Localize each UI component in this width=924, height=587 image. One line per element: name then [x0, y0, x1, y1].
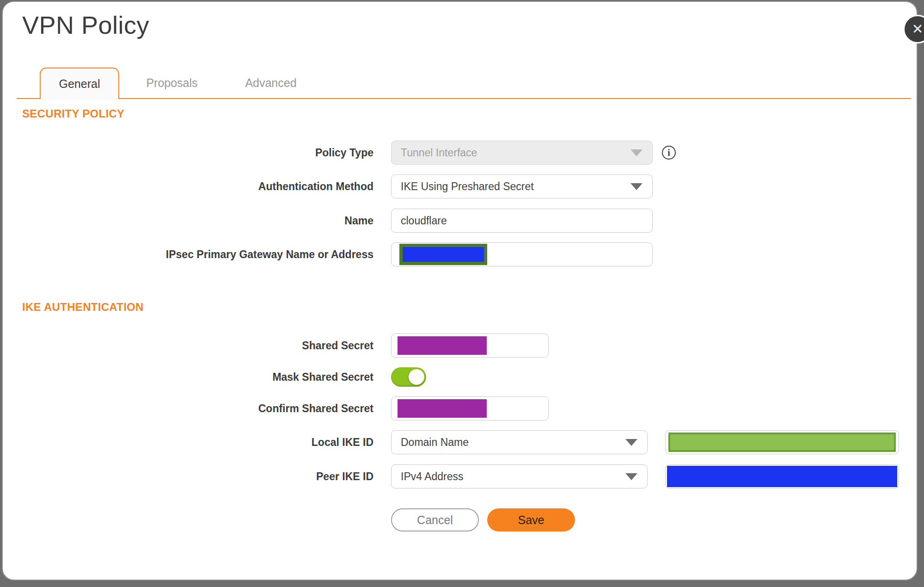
mask-shared-secret-row: Mask Shared Secret: [3, 367, 426, 387]
policy-type-label: Policy Type: [3, 147, 373, 159]
confirm-shared-secret-row: Confirm Shared Secret: [3, 396, 549, 420]
name-label: Name: [3, 215, 373, 227]
security-policy-heading: SECURITY POLICY: [22, 107, 124, 120]
confirm-shared-secret-input[interactable]: [391, 396, 549, 420]
confirm-shared-secret-redaction-block: [398, 399, 487, 418]
policy-type-value: Tunnel Interface: [401, 147, 477, 159]
peer-ike-id-redaction-block: [667, 466, 897, 487]
gateway-input[interactable]: [391, 242, 653, 266]
peer-ike-id-type-select[interactable]: IPv4 Address: [391, 464, 648, 488]
page-title: VPN Policy: [22, 11, 149, 39]
gateway-label: IPsec Primary Gateway Name or Address: [3, 248, 373, 261]
vpn-policy-dialog: ✕ VPN Policy General Proposals Advanced …: [2, 1, 918, 581]
local-ike-id-row: Local IKE ID Domain Name: [3, 430, 899, 454]
mask-shared-secret-toggle[interactable]: [391, 367, 426, 387]
shared-secret-label: Shared Secret: [3, 340, 373, 352]
policy-type-row: Policy Type Tunnel Interface i: [3, 141, 676, 165]
local-ike-id-redaction-block: [668, 433, 896, 452]
name-row: Name: [3, 209, 653, 233]
gateway-redaction-block: [399, 244, 487, 265]
shared-secret-row: Shared Secret: [3, 334, 549, 358]
desktop-background: ✕ VPN Policy General Proposals Advanced …: [0, 0, 924, 587]
local-ike-id-label: Local IKE ID: [3, 436, 373, 449]
tab-advanced[interactable]: Advanced: [231, 68, 311, 98]
tab-proposals[interactable]: Proposals: [132, 68, 212, 98]
local-ike-id-type-value: Domain Name: [401, 436, 469, 449]
chevron-down-icon: [625, 473, 637, 480]
close-icon[interactable]: ✕: [903, 15, 924, 43]
confirm-shared-secret-label: Confirm Shared Secret: [3, 402, 373, 415]
shared-secret-redaction-block: [398, 336, 487, 355]
action-buttons: Cancel Save: [391, 508, 575, 531]
authentication-method-row: Authentication Method IKE Using Preshare…: [3, 174, 653, 198]
shared-secret-input[interactable]: [391, 334, 549, 358]
peer-ike-id-value-input[interactable]: [665, 464, 899, 488]
authentication-method-select[interactable]: IKE Using Preshared Secret: [391, 174, 653, 198]
gateway-row: IPsec Primary Gateway Name or Address: [3, 242, 653, 266]
toggle-knob: [409, 369, 424, 385]
mask-shared-secret-label: Mask Shared Secret: [3, 371, 373, 383]
cancel-button[interactable]: Cancel: [391, 508, 479, 531]
name-input[interactable]: [391, 209, 653, 233]
peer-ike-id-row: Peer IKE ID IPv4 Address: [3, 464, 899, 488]
tab-general[interactable]: General: [40, 68, 119, 99]
chevron-down-icon: [630, 149, 643, 156]
local-ike-id-type-select[interactable]: Domain Name: [391, 430, 648, 454]
tab-bar: General Proposals Advanced: [17, 68, 911, 99]
local-ike-id-value-input[interactable]: [665, 430, 899, 454]
save-button[interactable]: Save: [487, 508, 575, 531]
peer-ike-id-label: Peer IKE ID: [3, 470, 373, 483]
chevron-down-icon: [630, 183, 643, 190]
info-icon[interactable]: i: [662, 146, 676, 160]
authentication-method-value: IKE Using Preshared Secret: [401, 180, 534, 193]
authentication-method-label: Authentication Method: [3, 180, 373, 193]
peer-ike-id-type-value: IPv4 Address: [401, 470, 464, 483]
policy-type-select: Tunnel Interface: [391, 141, 653, 165]
ike-authentication-heading: IKE AUTHENTICATION: [22, 301, 144, 314]
chevron-down-icon: [625, 439, 637, 446]
